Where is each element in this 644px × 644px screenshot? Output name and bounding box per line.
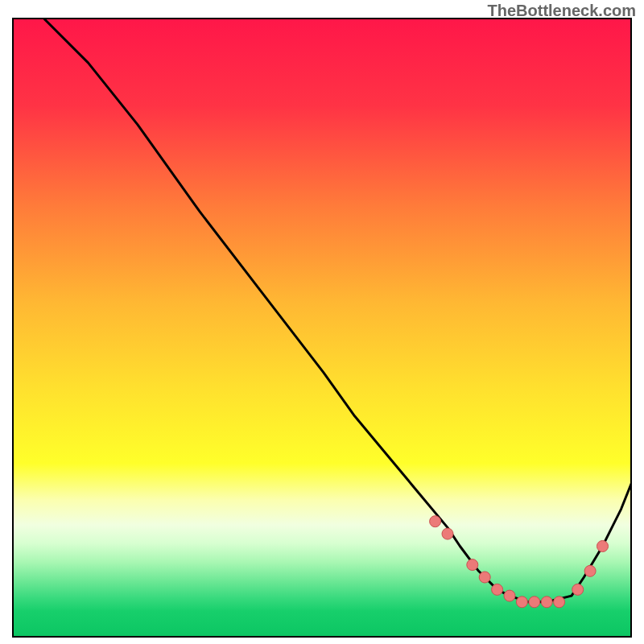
highlight-point	[504, 590, 515, 601]
highlight-point	[467, 559, 478, 571]
chart-container: TheBottleneck.com	[0, 0, 644, 644]
bottleneck-curve	[14, 19, 632, 602]
highlight-point	[584, 565, 596, 576]
highlight-point	[442, 528, 453, 539]
highlight-point	[541, 597, 552, 608]
highlight-point	[492, 584, 503, 595]
highlight-point	[529, 597, 540, 608]
highlight-point	[479, 572, 490, 583]
highlight-point	[516, 597, 527, 608]
highlight-point	[430, 516, 441, 527]
plot-svg	[14, 19, 632, 638]
highlight-point	[597, 541, 609, 552]
highlight-point	[554, 597, 565, 608]
plot-area	[12, 18, 632, 638]
highlight-point	[572, 584, 584, 595]
